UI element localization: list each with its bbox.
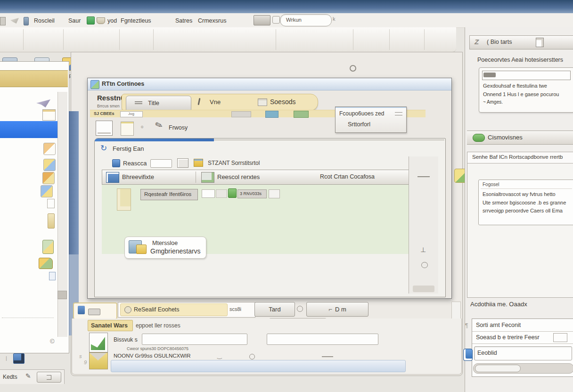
menu-item[interactable]: Roscleil [34,17,55,24]
panel-box-1[interactable]: Gexdouhsaf e ftestulina twe Onnend 1 Hus… [479,67,573,113]
side-info-box[interactable]: Fcoupo6uoes zed Srttorforl [335,106,407,133]
jug-icon[interactable] [42,240,54,254]
dm-button-label: D m [335,306,346,313]
small-doc-icon[interactable] [49,272,56,280]
menu-item[interactable]: Saur [68,17,81,24]
bottom-chip[interactable]: Sanatel Wars [88,320,133,331]
palette-icon[interactable] [47,199,55,208]
left-palette: © [0,61,69,353]
panel-box1-input[interactable] [482,71,571,80]
highlighted-option[interactable]: ReSealif Eoohets [120,303,228,316]
small-input[interactable] [150,159,172,168]
chart-icon[interactable] [89,333,108,352]
page-icon[interactable] [536,38,544,47]
check-label: Reascca [123,160,147,167]
selected-chip[interactable]: Rqesteafr Ifent6iros [140,189,198,200]
dialog-titlebar[interactable]: RTtn Cortinoes [88,78,451,90]
mini-chip[interactable]: 3 RNV033s [237,189,267,198]
flag-icon[interactable] [13,353,25,364]
panel-section-bar[interactable]: Cismovisnes [467,131,573,145]
boot-icon[interactable] [39,258,53,269]
option-radio[interactable] [124,306,131,313]
scroll-column[interactable]: ⊥ [409,156,438,294]
divider [481,188,572,189]
checkbox-icon[interactable] [112,159,120,167]
document-icon[interactable] [96,121,113,136]
pin-icon [197,98,200,105]
dm-button[interactable]: ⌐ D m [306,302,368,317]
paper-plane-icon[interactable] [36,99,50,107]
menu-item[interactable]: Fgnteztleus [121,17,151,24]
panel-tab-label[interactable]: Ferstig Ean [113,145,144,152]
strip-fragment [231,111,251,117]
send-icon[interactable] [10,18,19,24]
panel-box-2[interactable]: Fogosel Esonialtrovascot wy fvtrus hetto… [478,180,573,225]
tall-note-icon[interactable] [117,188,131,211]
desktop-top-strip [0,0,573,13]
panel-row-field[interactable] [553,333,567,342]
pen-icon[interactable]: Z [475,38,479,46]
panel-header-label: ( Bio tarts [487,39,512,45]
refresh-icon: ↻ [100,143,107,153]
toolbar-item-2[interactable]: Reescol rerxtes [217,173,260,180]
cup-icon[interactable] [97,17,105,24]
subbar-field[interactable]: ReSealif Eoohets scs8i [118,302,255,318]
panel-heading-2-bar: Senhe Baf ICn Rortscapdbonve rrertb [467,152,573,163]
phone-icon[interactable] [24,17,29,25]
strip-fragment [294,111,309,118]
panel-scrollbar[interactable] [473,363,573,374]
subbar-chip[interactable] [73,302,117,319]
palette-icon[interactable] [43,143,56,155]
tab-soesods[interactable]: Soesods [270,98,295,106]
pencil-icon[interactable]: ✎ [25,372,31,380]
panel-group-box: Senhe Baf ICn Rortscapdbonve rrertb Fogo… [467,152,573,298]
panel-item-icon[interactable] [463,349,473,361]
tard-button[interactable]: Tard [254,302,295,317]
excel-icon[interactable] [87,16,95,24]
strip-field[interactable]: Jog [120,111,143,117]
toggle-icon [473,134,485,142]
mini-button[interactable] [202,189,215,198]
row2-label: NOONV Gr99ss OSULNCXWIR [114,353,191,359]
message-card[interactable]: Mterssloe Gmgbrienestarvs [124,237,206,259]
corner-button[interactable] [37,372,61,383]
menu-item[interactable]: yod [107,17,117,24]
clipboard-icon[interactable] [42,109,56,121]
candle-icon[interactable] [48,213,55,229]
mini-button[interactable] [216,189,227,198]
mini-green-icon[interactable] [228,188,237,198]
display-icon[interactable] [254,15,270,25]
tab-label: Title [148,99,159,106]
panel-box2-line: srrveoigp peroordve Caers oll Ema [483,208,563,213]
panel-section-label: Cismovisnes [488,134,523,141]
panel-list-row[interactable]: Soeasd b e trerire Feesr [472,331,573,344]
window-icon[interactable] [0,17,6,25]
mail-icon[interactable] [89,352,108,369]
signature-icon[interactable]: ✎ [154,119,164,131]
selected-row[interactable] [0,121,57,138]
stamp-icon[interactable] [177,158,188,168]
tab-title[interactable]: Title [126,96,191,110]
palette-scroll-gutter[interactable] [57,92,67,337]
note-page-icon[interactable] [121,122,134,136]
side-box-line1: Fcoupo6uoes zed [339,110,384,117]
panel-list-row[interactable]: Sorti arnt Feconit [472,319,573,332]
panel-scrollbar-thumb[interactable] [475,365,521,372]
mini-button[interactable] [269,189,280,198]
palette-icon[interactable] [43,159,56,171]
row1-field-2[interactable] [267,334,378,345]
panel-list-row-input[interactable]: Eeoblid [474,346,572,360]
toolbar-item-1[interactable]: Bhreevifixte [122,173,154,180]
palette-icon[interactable] [42,172,55,184]
tab-vne[interactable]: Vne [210,98,221,106]
search-input[interactable]: Wrkun [280,14,332,26]
toolbar-item-3[interactable]: Rcot Crtan Cocafosa [320,173,375,180]
menu-item[interactable]: Crmexsrus [198,17,226,24]
panel-box1-line: ~ Amges. [483,99,503,105]
scroll-thumb[interactable] [57,291,67,299]
row1-field[interactable] [142,334,247,345]
small-button-icon[interactable] [272,16,280,24]
palette-icon[interactable] [41,185,53,197]
curve-mark: ‿ [217,352,222,359]
menu-item[interactable]: Satres [175,17,192,24]
